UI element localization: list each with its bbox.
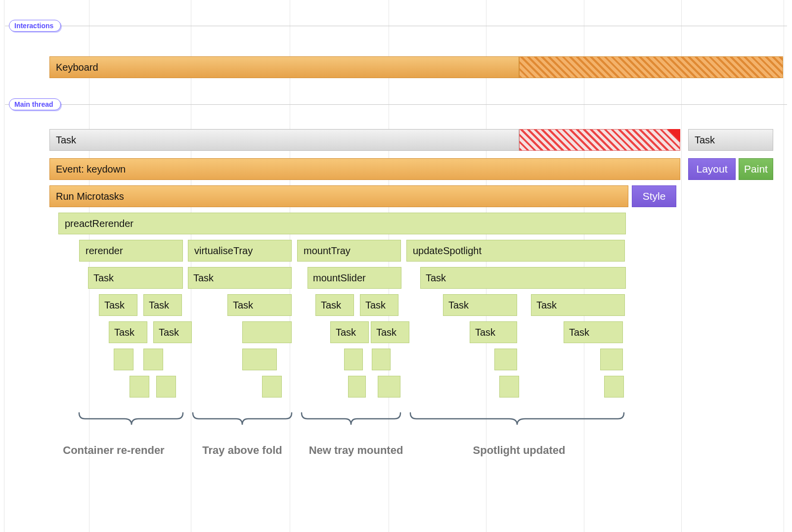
interaction-keyboard-hatched[interactable]	[519, 56, 783, 78]
task-bar-2[interactable]: Task	[688, 129, 773, 151]
col2-task-a[interactable]: Task	[227, 294, 292, 316]
col4-task-b[interactable]: Task	[531, 294, 625, 316]
col3-task-c-label: Task	[336, 327, 356, 338]
annotation-braces	[0, 413, 792, 433]
mount-tray-label: mountTray	[304, 245, 351, 257]
col1-task-c[interactable]: Task	[109, 321, 147, 343]
virtualise-tray-bar[interactable]: virtualiseTray	[188, 240, 292, 262]
col3-block-d[interactable]	[378, 376, 400, 398]
col4-block-a[interactable]	[494, 349, 517, 370]
col2-block-b[interactable]	[242, 349, 277, 370]
col4-block-d[interactable]	[604, 376, 624, 398]
col1-block-c[interactable]	[130, 376, 149, 398]
interaction-keyboard-bar[interactable]: Keyboard	[49, 56, 519, 78]
col4-task-0-label: Task	[426, 272, 446, 284]
col3-task-c[interactable]: Task	[330, 321, 369, 343]
col2-block-a[interactable]	[242, 321, 292, 343]
col4-task-0[interactable]: Task	[420, 267, 626, 289]
task-bar-2-label: Task	[695, 134, 715, 146]
col1-block-b[interactable]	[143, 349, 163, 370]
style-bar[interactable]: Style	[632, 185, 676, 207]
col4-task-d-label: Task	[569, 327, 589, 338]
col4-block-c[interactable]	[499, 376, 519, 398]
paint-label: Paint	[744, 163, 768, 175]
col4-task-d[interactable]: Task	[564, 321, 623, 343]
task-bar-1-hatched[interactable]	[519, 129, 680, 151]
col1-block-a[interactable]	[114, 349, 133, 370]
update-spotlight-label: updateSpotlight	[413, 245, 482, 257]
col3-task-b-label: Task	[365, 300, 386, 311]
col3-task-a-label: Task	[321, 300, 341, 311]
task-bar-1[interactable]: Task	[49, 129, 519, 151]
col1-task-d[interactable]: Task	[153, 321, 192, 343]
layout-label: Layout	[696, 163, 727, 175]
col4-task-a-label: Task	[448, 300, 469, 311]
col4-task-c[interactable]: Task	[470, 321, 517, 343]
rerender-label: rerender	[86, 245, 123, 257]
annotation-container-rerender: Container re-render	[49, 444, 178, 457]
col3-task-a[interactable]: Task	[315, 294, 354, 316]
col4-task-b-label: Task	[536, 300, 557, 311]
task-overrun-corner-icon	[667, 129, 680, 142]
update-spotlight-bar[interactable]: updateSpotlight	[406, 240, 625, 262]
col4-task-a[interactable]: Task	[443, 294, 517, 316]
annotation-spotlight-updated: Spotlight updated	[445, 444, 593, 457]
col3-task-d[interactable]: Task	[371, 321, 409, 343]
col1-block-d[interactable]	[156, 376, 176, 398]
col1-task-0-label: Task	[93, 272, 114, 284]
interaction-keyboard-label: Keyboard	[56, 62, 98, 73]
col1-task-b-label: Task	[149, 300, 169, 311]
interactions-rule	[5, 26, 787, 26]
main-thread-rule	[5, 104, 787, 105]
layout-bar[interactable]: Layout	[688, 158, 736, 180]
task-bar-1-label: Task	[56, 134, 76, 146]
col1-task-d-label: Task	[159, 327, 179, 338]
run-microtasks-bar[interactable]: Run Microtasks	[49, 185, 628, 207]
col2-task-0-label: Task	[193, 272, 214, 284]
col1-task-a[interactable]: Task	[99, 294, 137, 316]
col3-block-b[interactable]	[372, 349, 391, 370]
col3-task-d-label: Task	[376, 327, 396, 338]
main-thread-track-label: Main thread	[9, 98, 61, 110]
col1-task-c-label: Task	[114, 327, 134, 338]
col1-task-a-label: Task	[104, 300, 125, 311]
col1-task-b[interactable]: Task	[143, 294, 182, 316]
col4-task-c-label: Task	[475, 327, 495, 338]
paint-bar[interactable]: Paint	[739, 158, 773, 180]
annotation-tray-above-fold: Tray above fold	[188, 444, 297, 457]
preact-rerender-label: preactRerender	[65, 218, 133, 229]
mount-tray-bar[interactable]: mountTray	[297, 240, 401, 262]
event-keydown-bar[interactable]: Event: keydown	[49, 158, 680, 180]
mount-slider-bar[interactable]: mountSlider	[308, 267, 401, 289]
run-microtasks-label: Run Microtasks	[56, 191, 124, 202]
col4-block-b[interactable]	[600, 349, 623, 370]
col1-task-0[interactable]: Task	[88, 267, 183, 289]
interactions-track-label: Interactions	[9, 20, 61, 32]
col3-block-a[interactable]	[344, 349, 363, 370]
col2-task-a-label: Task	[233, 300, 253, 311]
mount-slider-label: mountSlider	[313, 272, 366, 284]
preact-rerender-bar[interactable]: preactRerender	[58, 213, 626, 234]
rerender-bar[interactable]: rerender	[79, 240, 183, 262]
col3-task-b[interactable]: Task	[360, 294, 398, 316]
col3-block-c[interactable]	[348, 376, 366, 398]
style-label: Style	[643, 190, 666, 202]
virtualise-tray-label: virtualiseTray	[194, 245, 253, 257]
col2-task-0[interactable]: Task	[188, 267, 292, 289]
annotation-new-tray-mounted: New tray mounted	[297, 444, 415, 457]
col2-block-c[interactable]	[262, 376, 282, 398]
event-keydown-label: Event: keydown	[56, 164, 126, 175]
